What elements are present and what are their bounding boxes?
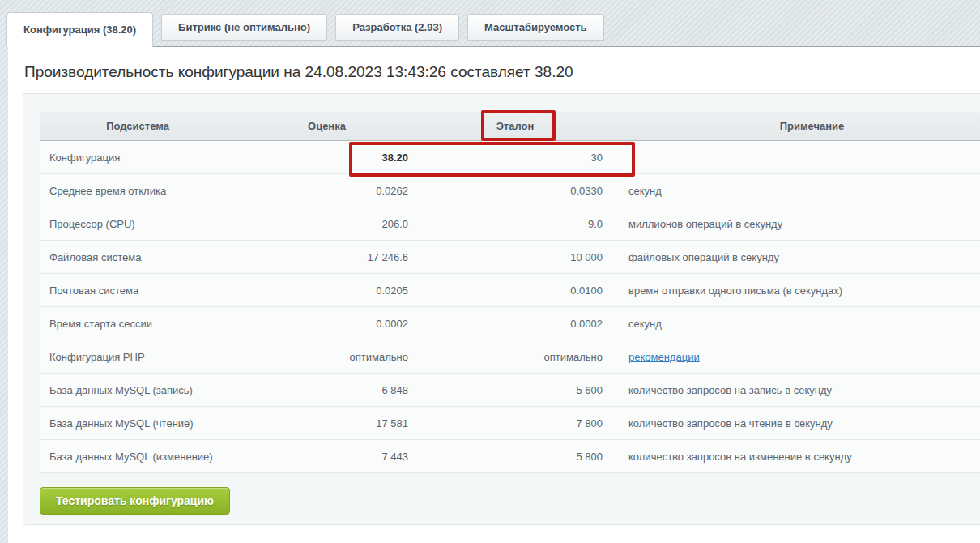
page: Конфигурация (38.20)Битрикс (не оптималь… [0, 0, 980, 543]
column-header-1: Подсистема [40, 112, 236, 141]
test-configuration-button[interactable]: Тестировать конфигурацию [40, 487, 230, 515]
cell-note: количество запросов на изменение в секун… [612, 440, 980, 473]
cell-subsystem: Конфигурация PHP [40, 340, 236, 374]
table-body: Конфигурация38.2030Среднее время отклика… [40, 141, 980, 473]
cell-subsystem: База данных MySQL (изменение) [40, 440, 236, 473]
cell-score: 7 443 [236, 440, 418, 473]
cell-note: секунд [612, 307, 980, 340]
cell-reference: оптимально [418, 340, 612, 374]
tab-2[interactable]: Битрикс (не оптимально) [161, 14, 327, 41]
cell-note: количество запросов на запись в секунду [612, 374, 980, 407]
table-row: Процессор (CPU)206.09.0миллионов операци… [40, 207, 980, 241]
cell-subsystem: Время старта сессии [40, 307, 236, 340]
table-row: Время старта сессии0.00020.0002секунд [40, 307, 980, 340]
tab-1[interactable]: Конфигурация (38.20) [6, 12, 153, 47]
cell-note: время отправки одного письма (в секундах… [612, 274, 980, 307]
column-header-2: Оценка [236, 112, 418, 141]
page-title: Производительность конфигурации на 24.08… [8, 47, 980, 81]
table-row: База данных MySQL (изменение)7 4435 800к… [40, 440, 980, 473]
cell-subsystem: Среднее время отклика [40, 174, 236, 207]
cell-reference: 5 800 [418, 440, 612, 473]
cell-score: 0.0002 [236, 307, 418, 340]
cell-note: рекомендации [612, 340, 980, 374]
tab-bar: Конфигурация (38.20)Битрикс (не оптималь… [0, 0, 980, 46]
cell-reference: 7 800 [418, 407, 612, 440]
performance-panel: ПодсистемаОценкаЭталонПримечание Конфигу… [23, 93, 980, 525]
cell-subsystem: База данных MySQL (запись) [40, 374, 236, 407]
cell-reference: 0.0100 [418, 274, 612, 307]
cell-score: 38.20 [236, 141, 418, 174]
cell-note: миллионов операций в секунду [612, 207, 980, 241]
cell-reference: 0.0002 [418, 307, 612, 340]
cell-reference: 30 [418, 141, 612, 174]
cell-score: 17 246.6 [236, 241, 418, 274]
cell-reference: 5 600 [418, 374, 612, 407]
cell-score: 0.0205 [236, 274, 418, 307]
table-row: База данных MySQL (запись)6 8485 600коли… [40, 374, 980, 407]
cell-subsystem: Процессор (CPU) [40, 207, 236, 241]
tab-3[interactable]: Разработка (2.93) [335, 14, 459, 41]
column-header-3: Эталон [418, 112, 612, 141]
content-area: Производительность конфигурации на 24.08… [8, 46, 980, 543]
table-row: База данных MySQL (чтение)17 5817 800кол… [40, 407, 980, 440]
column-header-4: Примечание [612, 112, 980, 141]
table-row: Файловая система17 246.610 000файловых о… [40, 241, 980, 274]
recommendations-link[interactable]: рекомендации [628, 351, 700, 363]
performance-table: ПодсистемаОценкаЭталонПримечание Конфигу… [40, 112, 980, 473]
table-row: Почтовая система0.02050.0100время отправ… [40, 274, 980, 307]
cell-score: оптимально [236, 340, 418, 374]
cell-reference: 9.0 [418, 207, 612, 241]
cell-subsystem: Почтовая система [40, 274, 236, 307]
table-header-row: ПодсистемаОценкаЭталонПримечание [40, 112, 980, 141]
cell-reference: 10 000 [418, 241, 612, 274]
tab-4[interactable]: Масштабируемость [467, 14, 604, 41]
cell-subsystem: Конфигурация [40, 141, 236, 174]
cell-subsystem: Файловая система [40, 241, 236, 274]
table-row: Конфигурация PHPоптимальнооптимальнореко… [40, 340, 980, 374]
cell-note: файловых операций в секунду [612, 241, 980, 274]
cell-score: 17 581 [236, 407, 418, 440]
cell-note [612, 141, 980, 174]
table-row: Среднее время отклика0.02620.0330секунд [40, 174, 980, 207]
table-row: Конфигурация38.2030 [40, 141, 980, 174]
cell-score: 0.0262 [236, 174, 418, 207]
cell-score: 206.0 [236, 207, 418, 241]
cell-note: количество запросов на чтение в секунду [612, 407, 980, 440]
cell-score: 6 848 [236, 374, 418, 407]
cell-reference: 0.0330 [418, 174, 612, 207]
cell-note: секунд [612, 174, 980, 207]
cell-subsystem: База данных MySQL (чтение) [40, 407, 236, 440]
